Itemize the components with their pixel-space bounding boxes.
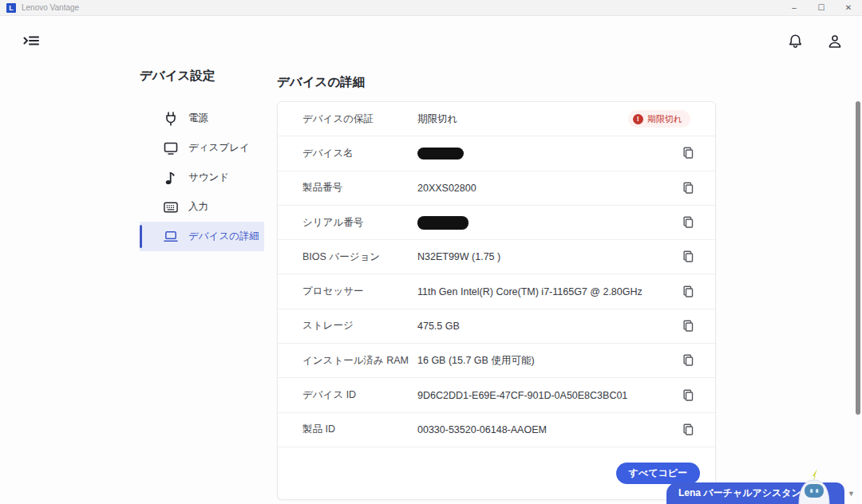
row-value: 11th Gen Intel(R) Core(TM) i7-1165G7 @ 2…: [417, 286, 715, 297]
app-title: Lenovo Vantage: [22, 3, 79, 12]
copy-icon[interactable]: [678, 246, 698, 267]
row-value: [417, 148, 715, 159]
sidebar-item-2[interactable]: サウンド: [140, 163, 264, 192]
row-label: プロセッサー: [302, 285, 417, 298]
copy-icon[interactable]: [678, 212, 698, 233]
table-row: デバイス名: [278, 136, 715, 171]
copy-icon[interactable]: [678, 419, 698, 440]
notification-bell-icon[interactable]: [788, 33, 803, 52]
row-label: 製品番号: [302, 181, 417, 195]
close-button[interactable]: ✕: [835, 0, 862, 15]
copy-icon[interactable]: [678, 350, 698, 371]
alert-icon: !: [633, 114, 643, 124]
row-value: 9D6C2DD1-E69E-47CF-901D-0A50E8C3BC01: [417, 390, 715, 401]
table-row: 製品 ID00330-53520-06148-AAOEM: [278, 413, 715, 447]
row-value: 20XXS02800: [417, 183, 715, 194]
row-value: [417, 216, 715, 230]
row-value: 475.5 GB: [417, 321, 715, 332]
titlebar: L Lenovo Vantage – ☐ ✕: [0, 0, 862, 16]
sidebar-item-0[interactable]: 電源: [140, 104, 264, 133]
sidebar-item-1[interactable]: ディスプレイ: [140, 133, 264, 163]
table-row: デバイス ID9D6C2DD1-E69E-47CF-901D-0A50E8C3B…: [278, 378, 715, 412]
warranty-expired-badge: !期限切れ: [628, 110, 690, 128]
table-row: デバイスの保証期限切れ!期限切れ: [278, 102, 715, 136]
table-row: プロセッサー11th Gen Intel(R) Core(TM) i7-1165…: [278, 274, 715, 309]
sidebar-item-label: 入力: [188, 200, 208, 214]
lenovo-logo-icon: L: [6, 3, 16, 13]
keyboard-icon: [164, 200, 178, 215]
sound-icon: [164, 171, 178, 185]
assistant-label: Lena バーチャルアシスタント: [678, 486, 811, 500]
row-label: ストレージ: [302, 319, 417, 333]
laptop-icon: [164, 230, 178, 244]
row-label: 製品 ID: [302, 423, 417, 436]
device-details-card: デバイスの保証期限切れ!期限切れデバイス名製品番号20XXS02800シリアル番…: [277, 101, 716, 500]
virtual-assistant-bar[interactable]: Lena バーチャルアシスタント: [666, 482, 844, 504]
row-label: インストール済み RAM: [302, 354, 417, 368]
copy-all-button[interactable]: すべてコピー: [616, 463, 700, 484]
minimize-button[interactable]: –: [781, 0, 808, 15]
maximize-button[interactable]: ☐: [808, 0, 835, 15]
sidebar-nav: 電源ディスプレイサウンド入力デバイスの詳細: [140, 104, 264, 251]
redacted-value: [417, 216, 469, 230]
table-row: インストール済み RAM16 GB (15.7 GB 使用可能): [278, 344, 715, 378]
scroll-down-arrow-icon[interactable]: ▼: [848, 490, 855, 498]
card-footer: すべてコピー: [278, 447, 715, 500]
copy-icon[interactable]: [678, 385, 698, 406]
copy-icon[interactable]: [678, 178, 698, 199]
sidebar-item-label: サウンド: [188, 171, 229, 184]
page-title: デバイスの詳細: [277, 74, 365, 91]
copy-icon[interactable]: [678, 143, 698, 163]
scrollbar-thumb[interactable]: [856, 101, 860, 415]
badge-label: 期限切れ: [647, 113, 682, 125]
details-table: デバイスの保証期限切れ!期限切れデバイス名製品番号20XXS02800シリアル番…: [278, 102, 715, 447]
table-row: ストレージ475.5 GB: [278, 309, 715, 344]
power-icon: [164, 112, 178, 126]
copy-icon[interactable]: [678, 282, 698, 302]
table-row: 製品番号20XXS02800: [278, 171, 715, 206]
row-label: デバイス名: [302, 147, 417, 160]
sidebar-item-3[interactable]: 入力: [140, 192, 264, 222]
row-label: シリアル番号: [302, 216, 417, 230]
row-value: 16 GB (15.7 GB 使用可能): [417, 354, 715, 368]
row-label: BIOS バージョン: [302, 250, 417, 264]
row-label: デバイス ID: [302, 388, 417, 402]
row-value: 00330-53520-06148-AAOEM: [417, 424, 715, 435]
expand-menu-icon[interactable]: [23, 33, 39, 51]
sidebar-item-label: ディスプレイ: [188, 141, 250, 155]
account-person-icon[interactable]: [827, 33, 843, 52]
sidebar-item-label: 電源: [188, 112, 208, 125]
sidebar-title: デバイス設定: [140, 68, 215, 85]
row-value: N32ET99W (1.75 ): [417, 251, 715, 262]
redacted-value: [417, 148, 464, 159]
sidebar-item-label: デバイスの詳細: [188, 230, 259, 243]
table-row: シリアル番号: [278, 206, 715, 240]
sidebar-item-4[interactable]: デバイスの詳細: [140, 222, 264, 251]
copy-icon[interactable]: [678, 316, 698, 337]
table-row: BIOS バージョンN32ET99W (1.75 ): [278, 240, 715, 274]
display-icon: [164, 141, 178, 156]
row-label: デバイスの保証: [302, 112, 417, 126]
